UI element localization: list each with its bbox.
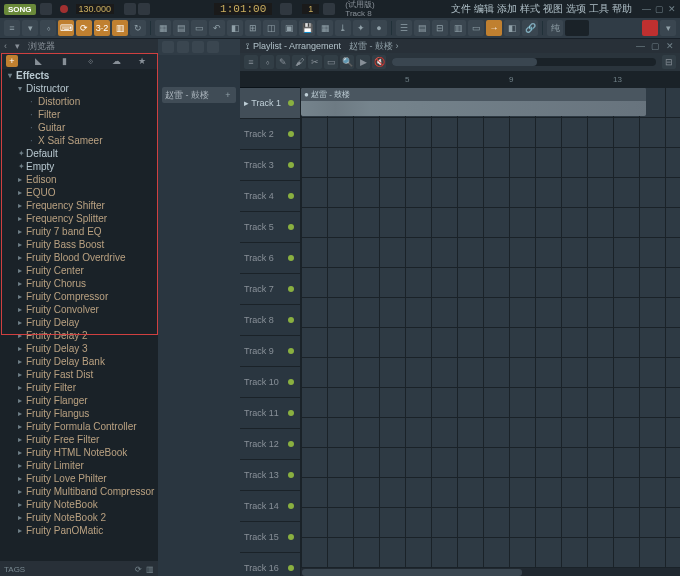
pt-mute-icon[interactable]: 🔇 bbox=[372, 55, 386, 69]
tool-wait-icon[interactable]: ⟳ bbox=[76, 20, 92, 36]
tool-info-icon[interactable]: ● bbox=[371, 20, 387, 36]
tree-node[interactable]: ·X Saif Sameer bbox=[0, 134, 158, 147]
track-header[interactable]: Track 6 bbox=[240, 243, 300, 274]
tree-node[interactable]: ▸Fruity Center bbox=[0, 264, 158, 277]
tool-pl-icon[interactable]: ☰ bbox=[396, 20, 412, 36]
ch-opt-icon[interactable] bbox=[177, 41, 189, 53]
tool-undo-icon[interactable]: ↶ bbox=[209, 20, 225, 36]
pt-length-icon[interactable]: ⊟ bbox=[662, 55, 676, 69]
tree-node[interactable]: ▸Fruity Flangus bbox=[0, 407, 158, 420]
time-display[interactable]: 1:01:00 bbox=[214, 3, 272, 15]
play-button[interactable] bbox=[124, 3, 136, 15]
tree-node[interactable]: ·Distortion bbox=[0, 95, 158, 108]
tree-node[interactable]: ▸Fruity Formula Controller bbox=[0, 420, 158, 433]
time-ruler[interactable]: 5 9 13 bbox=[301, 71, 680, 87]
menu-file[interactable]: 文件 bbox=[451, 2, 471, 16]
collapse-icon[interactable]: ‹ bbox=[4, 41, 7, 51]
tool-close-panels-icon[interactable]: → bbox=[486, 20, 502, 36]
add-tab-button[interactable]: + bbox=[6, 55, 18, 67]
tag-filter-icon[interactable]: ▥ bbox=[146, 565, 154, 574]
tree-node[interactable]: ·Filter bbox=[0, 108, 158, 121]
pl-max-icon[interactable]: ▢ bbox=[651, 41, 660, 51]
track-header[interactable]: ▸ Track 1 bbox=[240, 88, 300, 119]
tool-loop-icon[interactable]: ↻ bbox=[130, 20, 146, 36]
playlist-header[interactable]: ⟟ Playlist - Arrangement 赵雷 - 鼓楼 › — ▢ ✕ bbox=[240, 39, 680, 53]
tree-node[interactable]: ▸Fruity Blood Overdrive bbox=[0, 251, 158, 264]
tab-plugin-icon[interactable]: ⟐ bbox=[84, 56, 96, 66]
tree-node[interactable]: ▸Fruity NoteBook bbox=[0, 498, 158, 511]
maximize-icon[interactable]: ▢ bbox=[655, 4, 664, 14]
pt-select-icon[interactable]: ▭ bbox=[324, 55, 338, 69]
track-header[interactable]: Track 7 bbox=[240, 274, 300, 305]
tree-node[interactable]: ▸Fruity Compressor bbox=[0, 290, 158, 303]
tool-save-icon[interactable]: 💾 bbox=[299, 20, 315, 36]
track-header[interactable]: Track 4 bbox=[240, 181, 300, 212]
track-header[interactable]: Track 16 bbox=[240, 553, 300, 576]
pl-close-icon[interactable]: ✕ bbox=[666, 41, 674, 51]
tree-node[interactable]: ▸Fruity HTML NoteBook bbox=[0, 446, 158, 459]
tool-render-icon[interactable]: ▦ bbox=[317, 20, 333, 36]
menu-add[interactable]: 添加 bbox=[497, 2, 517, 16]
browser-tree[interactable]: ▾Effects▾Distructor·Distortion·Filter·Gu… bbox=[0, 69, 158, 561]
tree-node[interactable]: ▸Fruity Free Filter bbox=[0, 433, 158, 446]
channel-slot[interactable]: 赵雷 - 鼓楼 + bbox=[162, 87, 236, 103]
track-header[interactable]: Track 9 bbox=[240, 336, 300, 367]
pt-draw-icon[interactable]: ✎ bbox=[276, 55, 290, 69]
track-header[interactable]: Track 15 bbox=[240, 522, 300, 553]
track-header[interactable]: Track 2 bbox=[240, 119, 300, 150]
step-back-icon[interactable] bbox=[280, 3, 292, 15]
tool-typing-icon[interactable]: ⌨ bbox=[58, 20, 74, 36]
metronome-icon[interactable] bbox=[40, 3, 52, 15]
tree-node[interactable]: ▸Fruity Delay 2 bbox=[0, 329, 158, 342]
tree-node[interactable]: ✦Default bbox=[0, 147, 158, 160]
pt-menu-icon[interactable]: ≡ bbox=[244, 55, 258, 69]
pt-zoom-icon[interactable]: 🔍 bbox=[340, 55, 354, 69]
tree-node[interactable]: ·Guitar bbox=[0, 121, 158, 134]
step-fwd-icon[interactable] bbox=[323, 3, 335, 15]
tree-node[interactable]: ▸Fruity Delay 3 bbox=[0, 342, 158, 355]
tree-node[interactable]: ▸Fruity Chorus bbox=[0, 277, 158, 290]
tree-node[interactable]: ▸Fruity Delay bbox=[0, 316, 158, 329]
tree-node[interactable]: ▸Fruity Convolver bbox=[0, 303, 158, 316]
tool-pr-icon[interactable]: ▤ bbox=[414, 20, 430, 36]
pt-paint-icon[interactable]: 🖌 bbox=[292, 55, 306, 69]
tool-view3-icon[interactable]: ◫ bbox=[263, 20, 279, 36]
track-header[interactable]: Track 5 bbox=[240, 212, 300, 243]
tab-cloud-icon[interactable]: ☁ bbox=[110, 56, 122, 66]
pl-min-icon[interactable]: — bbox=[636, 41, 645, 51]
tree-node[interactable]: ▸Fruity Filter bbox=[0, 381, 158, 394]
tool-view2-icon[interactable]: ⊞ bbox=[245, 20, 261, 36]
ch-menu-icon[interactable] bbox=[162, 41, 174, 53]
stop-button[interactable] bbox=[138, 3, 150, 15]
tool-menu-icon[interactable]: ≡ bbox=[4, 20, 20, 36]
tree-node[interactable]: ▸Fruity Fast Dist bbox=[0, 368, 158, 381]
tag-refresh-icon[interactable]: ⟳ bbox=[135, 565, 142, 574]
tool-export-icon[interactable]: ⤓ bbox=[335, 20, 351, 36]
options-icon[interactable]: ▾ bbox=[15, 41, 20, 51]
tags-bar[interactable]: TAGS ⟳ ▥ bbox=[0, 561, 158, 576]
tab-current-icon[interactable]: ▮ bbox=[58, 56, 70, 66]
tab-star-icon[interactable]: ★ bbox=[136, 56, 148, 66]
playlist-grid[interactable]: 5 9 13 ● 赵雷 - 鼓楼 bbox=[301, 71, 680, 576]
menu-edit[interactable]: 编辑 bbox=[474, 2, 494, 16]
tree-node[interactable]: ▾Distructor bbox=[0, 82, 158, 95]
tool-view1-icon[interactable]: ◧ bbox=[227, 20, 243, 36]
browser-header[interactable]: ‹ ▾ 浏览器 bbox=[0, 39, 158, 53]
tree-node[interactable]: ▸Fruity NoteBook 2 bbox=[0, 511, 158, 524]
track-header[interactable]: Track 12 bbox=[240, 429, 300, 460]
tool-piano-icon[interactable]: ▤ bbox=[173, 20, 189, 36]
menu-options[interactable]: 选项 bbox=[566, 2, 586, 16]
tree-node[interactable]: ▾Effects bbox=[0, 69, 158, 82]
tool-blend-icon[interactable]: ▥ bbox=[112, 20, 128, 36]
tool-snap-icon[interactable]: ⬨ bbox=[40, 20, 56, 36]
ch-loop-icon[interactable] bbox=[192, 41, 204, 53]
menu-help[interactable]: 帮助 bbox=[612, 2, 632, 16]
tool-view4-icon[interactable]: ▣ bbox=[281, 20, 297, 36]
h-scrollbar[interactable] bbox=[301, 568, 680, 576]
pl-menu-icon[interactable]: ⟟ bbox=[246, 41, 249, 52]
track-header[interactable]: Track 3 bbox=[240, 150, 300, 181]
pl-zoom-scroll[interactable] bbox=[392, 58, 656, 66]
tab-all-icon[interactable]: ◣ bbox=[32, 56, 44, 66]
tool-countdown-icon[interactable]: 3·2 bbox=[94, 20, 110, 36]
pt-play-icon[interactable]: ▶ bbox=[356, 55, 370, 69]
